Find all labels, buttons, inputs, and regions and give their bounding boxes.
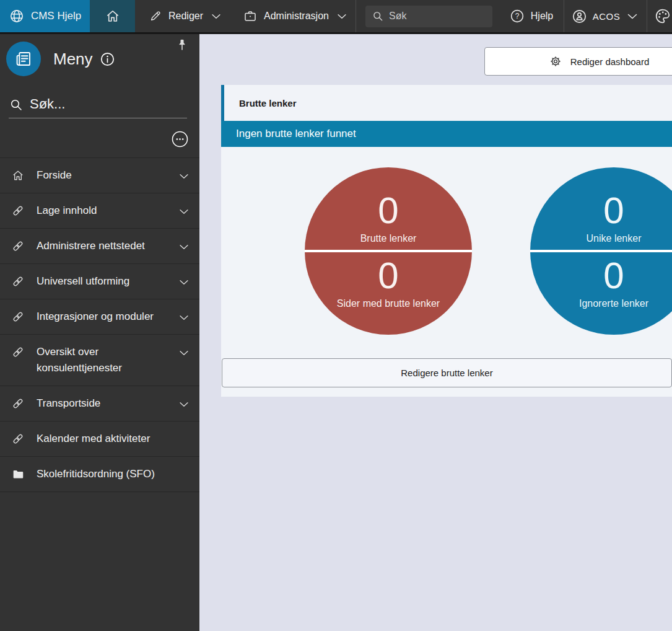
- stat-label: Ignorerte lenker: [579, 298, 648, 309]
- palette-icon: [654, 7, 671, 25]
- sidebar-item-integrasjoner-og-moduler[interactable]: Integrasjoner og moduler: [0, 299, 199, 334]
- chevron-down-icon: [177, 397, 191, 411]
- edit-dashboard-button[interactable]: Rediger dashboard: [484, 47, 672, 76]
- stat-label: Sider med brutte lenker: [337, 298, 440, 309]
- sidebar-item-lage-innhold[interactable]: Lage innhold: [0, 193, 199, 228]
- home-icon: [105, 8, 121, 24]
- hjelp-label: Hjelp: [531, 11, 553, 22]
- cms-help-button[interactable]: CMS Hjelp: [0, 0, 90, 32]
- administrasjon-menu[interactable]: Administrasjon: [229, 0, 356, 32]
- topbar-search-area: [356, 0, 499, 32]
- sidebar-item-label: Kalender med aktiviteter: [37, 431, 191, 447]
- account-label: ACOS: [593, 11, 621, 22]
- widget-banner-text: Ingen brutte lenker funnet: [236, 128, 356, 140]
- stat-value: 0: [603, 191, 624, 230]
- globe-icon: [9, 8, 25, 24]
- search-icon: [372, 10, 384, 22]
- ellipsis-icon[interactable]: [170, 130, 190, 149]
- theme-button[interactable]: [647, 0, 672, 32]
- briefcase-icon: [243, 9, 258, 24]
- sidebar-item-label: Oversikt over konsulenttjenester: [37, 344, 177, 376]
- sidebar-item-universell-utforming[interactable]: Universell utforming: [0, 263, 199, 299]
- sidebar-search[interactable]: [9, 96, 187, 118]
- account-menu[interactable]: ACOS: [564, 0, 647, 32]
- sidebar-item-label: Universell utforming: [37, 273, 177, 289]
- newspaper-icon: [14, 49, 33, 69]
- broken-links-widget: Brutte lenker Ingen brutte lenker funnet…: [221, 85, 672, 397]
- gear-icon: [549, 55, 562, 68]
- sidebar-item-oversikt-over-konsulenttjenester[interactable]: Oversikt over konsulenttjenester: [0, 334, 199, 386]
- sidebar-item-skolefritidsordning-sfo[interactable]: Skolefritidsordning (SFO): [0, 456, 199, 492]
- circle-bottom-half: 0Sider med brutte lenker: [305, 252, 472, 335]
- sidebar-item-label: Transportside: [37, 395, 177, 412]
- stat-value: 0: [378, 191, 398, 230]
- edit-broken-links-button[interactable]: Redigere brutte lenker: [222, 358, 672, 387]
- stat-value: 0: [378, 256, 398, 295]
- sidebar-item-label: Forside: [37, 167, 177, 183]
- topbar-search-input[interactable]: [389, 11, 476, 22]
- chevron-down-icon: [335, 9, 349, 23]
- sidebar-header: Meny: [6, 42, 199, 76]
- rediger-label: Rediger: [168, 11, 203, 22]
- link-icon: [11, 432, 25, 446]
- administrasjon-label: Administrasjon: [264, 11, 329, 22]
- sidebar-item-kalender-med-aktiviteter[interactable]: Kalender med aktiviteter: [0, 421, 199, 456]
- chevron-down-icon: [177, 205, 191, 218]
- home-button[interactable]: [90, 0, 135, 32]
- user-icon: [571, 8, 588, 25]
- menu-logo: [6, 42, 41, 76]
- info-icon[interactable]: [99, 51, 116, 68]
- hjelp-button[interactable]: ? Hjelp: [499, 0, 564, 32]
- link-icon: [11, 345, 25, 359]
- widget-title: Brutte lenker: [239, 98, 297, 108]
- sidebar-item-transportside[interactable]: Transportside: [0, 386, 199, 421]
- link-icon: [11, 275, 25, 288]
- link-icon: [11, 397, 25, 410]
- stat-label: Unike lenker: [587, 233, 642, 244]
- pin-icon[interactable]: [175, 38, 190, 53]
- stat-label: Brutte lenker: [360, 233, 417, 244]
- pencil-icon: [149, 9, 162, 23]
- rediger-menu[interactable]: Rediger: [135, 0, 229, 32]
- stat-circle-brutte-lenker: 0Brutte lenker0Sider med brutte lenker: [305, 167, 472, 335]
- folder-icon: [11, 467, 25, 481]
- widget-banner: Ingen brutte lenker funnet: [221, 121, 672, 147]
- help-icon: ?: [509, 8, 525, 24]
- sidebar-title-row: Meny: [53, 50, 116, 69]
- sidebar-item-label: Administrere nettstedet: [37, 238, 177, 254]
- main-content: Rediger dashboard Brutte lenker Ingen br…: [199, 34, 672, 631]
- sidebar-title: Meny: [53, 50, 93, 69]
- sidebar-item-forside[interactable]: Forside: [0, 157, 199, 193]
- home-icon: [11, 169, 25, 182]
- link-icon: [11, 239, 25, 253]
- stat-value: 0: [603, 256, 624, 295]
- sidebar-search-input[interactable]: [30, 96, 172, 112]
- cms-help-label: CMS Hjelp: [31, 10, 81, 22]
- stat-circles: 0Brutte lenker0Sider med brutte lenker0U…: [221, 147, 672, 358]
- sidebar-item-label: Lage innhold: [37, 203, 177, 219]
- stat-circle-unike-lenker: 0Unike lenker0Ignorerte lenker: [530, 167, 672, 335]
- circle-top-half: 0Brutte lenker: [305, 167, 472, 250]
- chevron-down-icon: [177, 240, 191, 254]
- link-icon: [11, 310, 25, 324]
- sidebar-item-administrere-nettstedet[interactable]: Administrere nettstedet: [0, 228, 199, 263]
- chevron-down-icon: [177, 346, 191, 360]
- widget-header: Brutte lenker: [221, 85, 672, 121]
- search-icon: [9, 97, 24, 112]
- widget-footer: Redigere brutte lenker: [221, 358, 672, 397]
- link-icon: [11, 204, 25, 218]
- top-bar: CMS Hjelp Rediger Administra: [0, 0, 672, 34]
- chevron-down-icon: [177, 275, 191, 289]
- chevron-down-icon: [177, 311, 191, 324]
- topbar-search-box[interactable]: [365, 6, 492, 27]
- chevron-down-icon: [209, 9, 223, 23]
- chevron-down-icon: [177, 169, 191, 183]
- circle-top-half: 0Unike lenker: [530, 167, 672, 250]
- sidebar: Meny ForsideLage innhol: [0, 34, 199, 631]
- chevron-down-icon: [625, 9, 640, 24]
- sidebar-menu: ForsideLage innholdAdministrere nettsted…: [0, 157, 199, 492]
- sidebar-more-row: [0, 130, 190, 149]
- sidebar-item-label: Integrasjoner og moduler: [37, 309, 177, 325]
- svg-text:?: ?: [515, 12, 519, 20]
- spacer: [221, 167, 247, 335]
